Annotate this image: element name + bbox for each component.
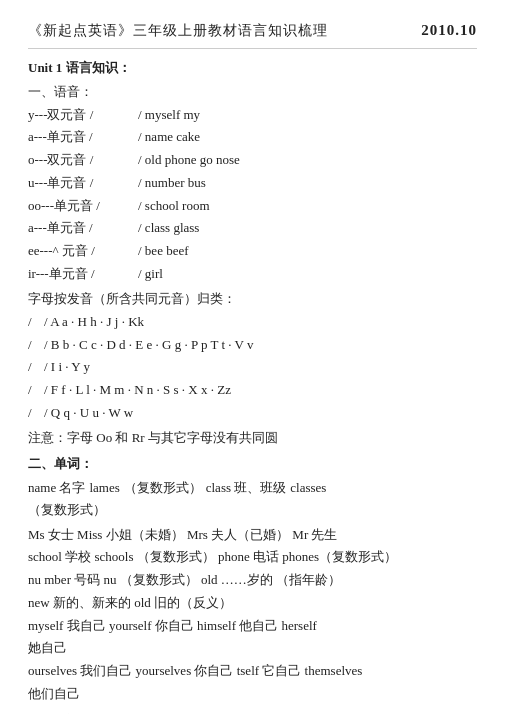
classify-slash: / xyxy=(28,379,44,402)
phonics-note: 注意：字母 Oo 和 Rr 与其它字母没有共同圆 xyxy=(28,427,477,449)
classify-row: // A a · H h · J j · Kk xyxy=(28,311,477,334)
phonics-content: / number bus xyxy=(138,172,206,195)
phonics-label: oo---单元音 / xyxy=(28,195,138,218)
page-header: 《新起点英语》三年级上册教材语言知识梳理 2010.10 xyxy=(28,18,477,49)
phonics-row: a---单元音 // name cake xyxy=(28,126,477,149)
vocab-row: 他们自己 xyxy=(28,683,477,706)
vocab-section: 二、单词： name 名字 lames （复数形式） class 班、班级 cl… xyxy=(28,453,477,706)
phonics-rows: y---双元音 // myself mya---单元音 // name cake… xyxy=(28,104,477,286)
phonics-content: / girl xyxy=(138,263,163,286)
classify-title: 字母按发音（所含共同元音）归类： xyxy=(28,288,477,310)
classify-letters: / B b · C c · D d · E e · G g · P p T t … xyxy=(44,334,253,357)
vocab-name: name 名字 xyxy=(28,477,85,500)
classify-slash: / xyxy=(28,402,44,425)
vocab-classes: classes xyxy=(290,477,326,500)
classify-slash: / xyxy=(28,311,44,334)
vocab-row: school 学校 schools （复数形式） phone 电话 phones… xyxy=(28,546,477,569)
phonics-content: / class glass xyxy=(138,217,199,240)
phonics-content: / bee beef xyxy=(138,240,189,263)
classify-letters: / F f · L l · M m · N n · S s · X x · Zz xyxy=(44,379,231,402)
phonics-row: ee---^ 元音 // bee beef xyxy=(28,240,477,263)
phonics-content: / myself my xyxy=(138,104,200,127)
vocab-row: myself 我自己 yourself 你自己 himself 他自己 hers… xyxy=(28,615,477,638)
classify-rows: // A a · H h · J j · Kk// B b · C c · D … xyxy=(28,311,477,425)
classify-letters: / A a · H h · J j · Kk xyxy=(44,311,144,334)
vocab-class: class 班、班级 xyxy=(206,477,287,500)
vocab-rows: Ms 女士 Miss 小姐（未婚） Mrs 夫人（已婚） Mr 先生school… xyxy=(28,524,477,706)
phonics-content: / school room xyxy=(138,195,210,218)
vocab-main-row: name 名字 lames （复数形式） class 班、班级 classes xyxy=(28,477,477,500)
phonics-label: o---双元音 / xyxy=(28,149,138,172)
vocab-row: ourselves 我们自己 yourselves 你自己 tself 它自己 … xyxy=(28,660,477,683)
phonics-label: ee---^ 元音 / xyxy=(28,240,138,263)
classify-row: // F f · L l · M m · N n · S s · X x · Z… xyxy=(28,379,477,402)
vocab-row: new 新的、新来的 old 旧的（反义） xyxy=(28,592,477,615)
phonics-row: o---双元音 // old phone go nose xyxy=(28,149,477,172)
classify-slash: / xyxy=(28,334,44,357)
vocab-classes-note: （复数形式） xyxy=(28,499,477,521)
vocab-title: 二、单词： xyxy=(28,453,477,475)
unit-title: Unit 1 语言知识： xyxy=(28,57,477,79)
phonics-row: y---双元音 // myself my xyxy=(28,104,477,127)
vocab-row: nu mber 号码 nu （复数形式） old ……岁的 （指年龄） xyxy=(28,569,477,592)
phonics-label: ir---单元音 / xyxy=(28,263,138,286)
phonics-section: 一、语音： y---双元音 // myself mya---单元音 // nam… xyxy=(28,81,477,449)
phonics-label: a---单元音 / xyxy=(28,217,138,240)
vocab-lames-note: （复数形式） xyxy=(124,477,202,500)
phonics-label: a---单元音 / xyxy=(28,126,138,149)
shortphrases-title: 三、短语： xyxy=(28,710,477,714)
classify-row: // Q q · U u · W w xyxy=(28,402,477,425)
shortphrases-section: 三、短语： 1. Class 1/2一班/二班2. Che n li陈丽（人名）… xyxy=(28,710,477,714)
header-date: 2010.10 xyxy=(421,18,477,44)
phonics-row: a---单元音 // class glass xyxy=(28,217,477,240)
phonics-row: ir---单元音 // girl xyxy=(28,263,477,286)
header-title: 《新起点英语》三年级上册教材语言知识梳理 xyxy=(28,19,328,43)
phonics-row: u---单元音 // number bus xyxy=(28,172,477,195)
phonics-content: / old phone go nose xyxy=(138,149,240,172)
vocab-row: 她自己 xyxy=(28,637,477,660)
classify-letters: / I i · Y y xyxy=(44,356,90,379)
classify-letters: / Q q · U u · W w xyxy=(44,402,133,425)
phonics-row: oo---单元音 // school room xyxy=(28,195,477,218)
phonics-title: 一、语音： xyxy=(28,81,477,103)
phonics-label: u---单元音 / xyxy=(28,172,138,195)
classify-row: // B b · C c · D d · E e · G g · P p T t… xyxy=(28,334,477,357)
vocab-row: Ms 女士 Miss 小姐（未婚） Mrs 夫人（已婚） Mr 先生 xyxy=(28,524,477,547)
classify-slash: / xyxy=(28,356,44,379)
classify-row: // I i · Y y xyxy=(28,356,477,379)
phonics-label: y---双元音 / xyxy=(28,104,138,127)
vocab-lames: lames xyxy=(89,477,119,500)
phonics-content: / name cake xyxy=(138,126,200,149)
